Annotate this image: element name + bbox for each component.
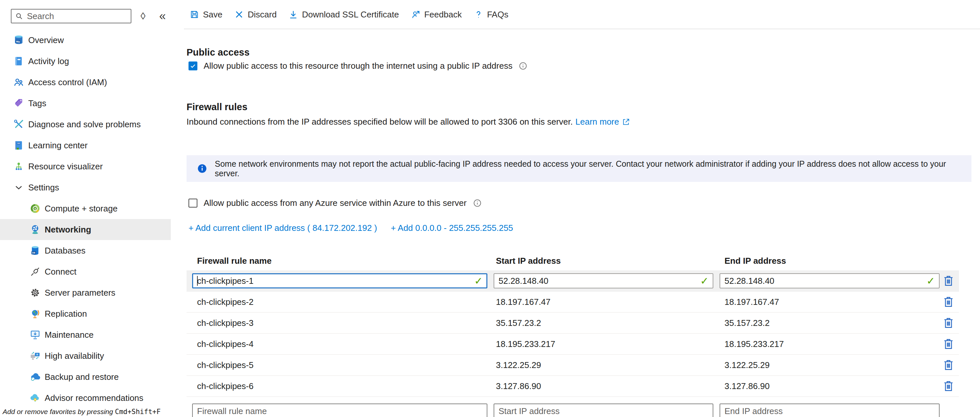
svg-text:My: My: [16, 40, 20, 43]
sidebar-item-high-availability[interactable]: High availability: [0, 345, 171, 366]
delete-rule-button[interactable]: [942, 357, 955, 373]
discard-icon: [234, 10, 244, 19]
text-cursor: [197, 276, 198, 286]
discard-label: Discard: [248, 10, 277, 20]
end-ip-cell: 3.122.25.29: [724, 355, 770, 375]
rule-name-input[interactable]: [192, 273, 487, 288]
sidebar-item-maintenance[interactable]: Maintenance: [0, 324, 171, 345]
advisor-icon: [30, 392, 41, 404]
delete-rule-button[interactable]: [942, 378, 955, 394]
sidebar-item-databases[interactable]: DB Databases: [0, 240, 171, 261]
firewall-rule-edit-row: ✓ ✓ ✓: [186, 270, 959, 292]
sidebar-item-label: Resource visualizer: [28, 161, 103, 172]
sidebar-item-label: Access control (IAM): [28, 77, 107, 88]
new-rule-row: [186, 401, 959, 417]
firewall-rule-row: ch-clickpipes-5 3.122.25.29 3.122.25.29: [186, 355, 959, 376]
sidebar-nav: My Overview Activity log Access control …: [0, 30, 181, 409]
new-end-ip-input[interactable]: [719, 404, 940, 417]
sidebar-item-server-parameters[interactable]: Server parameters: [0, 282, 171, 303]
add-all-ips-link[interactable]: + Add 0.0.0.0 - 255.255.255.255: [391, 223, 513, 233]
azure-services-checkbox[interactable]: [189, 199, 197, 208]
sidebar-item-backup-restore[interactable]: Backup and restore: [0, 366, 171, 387]
banner-text: Some network environments may not report…: [215, 159, 972, 178]
public-access-heading: Public access: [186, 47, 250, 58]
replication-icon: [30, 308, 41, 320]
sidebar-item-activity-log[interactable]: Activity log: [0, 51, 171, 72]
new-start-ip-input[interactable]: [493, 404, 713, 417]
info-icon[interactable]: [473, 199, 482, 208]
new-rule-name-input[interactable]: [192, 404, 487, 417]
sidebar-item-compute-storage[interactable]: $ Compute + storage: [0, 198, 171, 219]
server-parameters-icon: [30, 287, 41, 298]
access-control-icon: [13, 77, 24, 88]
sidebar-item-connect[interactable]: Connect: [0, 261, 171, 282]
learn-more-link[interactable]: Learn more: [575, 117, 619, 127]
sidebar-item-label: Compute + storage: [45, 204, 118, 214]
sidebar-item-networking[interactable]: Networking: [0, 219, 171, 240]
sidebar-item-learning-center[interactable]: 101 Learning center: [0, 135, 171, 156]
firewall-rule-name-cell: ch-clickpipes-3: [197, 313, 253, 333]
pin-menu-icon[interactable]: ◊: [138, 11, 148, 21]
delete-rule-button[interactable]: [942, 315, 955, 331]
delete-rule-button[interactable]: [942, 336, 955, 352]
feedback-button[interactable]: Feedback: [411, 10, 462, 20]
faqs-label: FAQs: [487, 10, 508, 20]
network-info-banner: Some network environments may not report…: [186, 155, 972, 182]
start-ip-input[interactable]: [493, 273, 713, 288]
azure-services-checkbox-row: Allow public access from any Azure servi…: [189, 198, 482, 208]
download-ssl-button[interactable]: Download SSL Certificate: [288, 10, 399, 20]
search-input[interactable]: [26, 11, 127, 22]
feedback-icon: [411, 10, 421, 19]
delete-rule-button[interactable]: [942, 294, 955, 310]
svg-text:DB: DB: [32, 252, 35, 254]
save-button[interactable]: Save: [189, 10, 222, 20]
end-ip-input[interactable]: [719, 273, 940, 288]
sidebar-item-label: Networking: [45, 225, 91, 235]
sidebar-item-advisor-recommendations[interactable]: Advisor recommendations: [0, 387, 171, 409]
sidebar-item-resource-visualizer[interactable]: Resource visualizer: [0, 156, 171, 177]
start-ip-cell: 35.157.23.2: [496, 313, 541, 333]
search-icon: [15, 12, 23, 21]
question-icon: [474, 10, 484, 19]
start-ip-cell: 18.197.167.47: [496, 292, 550, 312]
save-label: Save: [203, 10, 222, 20]
start-ip-cell: 3.127.86.90: [496, 376, 541, 396]
info-icon[interactable]: [519, 61, 527, 70]
col-header-start-ip: Start IP address: [496, 253, 561, 268]
faqs-button[interactable]: FAQs: [474, 10, 508, 20]
sidebar-item-settings[interactable]: Settings: [0, 177, 171, 198]
sidebar-item-label: Overview: [28, 35, 64, 45]
tags-icon: [13, 97, 24, 109]
sidebar-item-replication[interactable]: Replication: [0, 303, 171, 324]
firewall-rule-name-cell: ch-clickpipes-2: [197, 292, 253, 312]
resource-sidebar: ◊ « My Overview Activity log Access cont…: [0, 0, 181, 417]
delete-rule-button[interactable]: [942, 273, 955, 289]
sidebar-item-tags[interactable]: Tags: [0, 93, 171, 114]
public-access-checkbox[interactable]: [189, 61, 197, 70]
azure-services-checkbox-label: Allow public access from any Azure servi…: [204, 198, 467, 208]
sidebar-item-label: Settings: [28, 182, 59, 193]
discard-button[interactable]: Discard: [234, 10, 277, 20]
sidebar-item-label: Tags: [28, 98, 46, 109]
toolbar-divider: [184, 29, 980, 29]
firewall-rules-heading: Firewall rules: [186, 102, 247, 112]
sidebar-item-diagnose[interactable]: Diagnose and solve problems: [0, 114, 171, 135]
collapse-sidebar-icon[interactable]: «: [158, 10, 168, 22]
start-ip-cell: 18.195.233.217: [496, 334, 555, 354]
firewall-rule-name-cell: ch-clickpipes-4: [197, 334, 253, 354]
sidebar-item-label: Replication: [45, 309, 87, 319]
sidebar-item-access-control-iam[interactable]: Access control (IAM): [0, 72, 171, 93]
external-link-icon[interactable]: [622, 118, 630, 126]
sidebar-item-label: Diagnose and solve problems: [28, 119, 141, 129]
sidebar-item-overview[interactable]: My Overview: [0, 30, 171, 51]
firewall-rule-row: ch-clickpipes-3 35.157.23.2 35.157.23.2: [186, 313, 959, 334]
trash-icon: [942, 294, 955, 310]
sidebar-search-box[interactable]: [11, 9, 131, 23]
trash-icon: [942, 357, 955, 373]
diagnose-icon: [13, 119, 24, 130]
sidebar-item-label: Server parameters: [45, 288, 115, 298]
sidebar-item-label: Learning center: [28, 141, 88, 151]
add-current-client-ip-link[interactable]: + Add current client IP address ( 84.172…: [189, 223, 377, 233]
sidebar-item-label: Maintenance: [45, 330, 94, 340]
firewall-rule-row: ch-clickpipes-4 18.195.233.217 18.195.23…: [186, 334, 959, 355]
